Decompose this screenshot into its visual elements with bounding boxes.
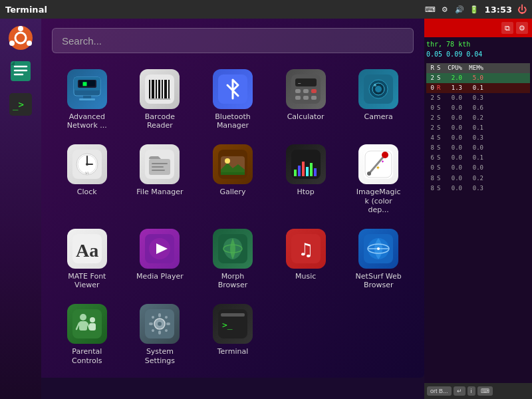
app-launcher: ▐█▌ Advanced Network ... — [41, 19, 424, 378]
app-item-calculator[interactable]: − Calculator — [271, 64, 341, 134]
app-item-barcode-reader[interactable]: Barcode Reader — [125, 64, 196, 134]
app-item-morph-browser[interactable]: Morph Browser — [198, 223, 268, 293]
terminal-enter-btn[interactable]: ↵ — [454, 386, 466, 396]
power-icon[interactable]: ⏻ — [517, 4, 527, 15]
app-item-advanced-network[interactable]: ▐█▌ Advanced Network ... — [52, 64, 122, 134]
terminal-copy-btn[interactable]: ⧉ — [501, 22, 513, 34]
svg-point-4 — [9, 41, 15, 46]
svg-rect-23 — [149, 98, 170, 100]
settings-icon[interactable]: ⚙ — [440, 4, 450, 15]
keyboard-icon: ⌨ — [425, 4, 436, 15]
svg-point-80 — [377, 247, 380, 250]
table-row: 0 S 0.0 0.0 — [426, 163, 530, 173]
terminal-table-header: R S CPU%MEM% — [426, 63, 530, 73]
terminal-sort-btn[interactable]: ort B... — [427, 386, 452, 396]
svg-point-90 — [158, 322, 162, 326]
imagemagick-label: ImageMagick (color dep... — [354, 188, 402, 214]
netsurf-icon — [358, 229, 398, 269]
svg-rect-57 — [302, 162, 305, 176]
dock-item-ubuntu[interactable] — [5, 23, 36, 53]
terminal-content: thr, 78 kth 0.05 0.09 0.04 R S CPU%MEM% … — [424, 37, 532, 196]
table-row: 8 S 0.0 0.3 — [426, 184, 530, 194]
media-player-label: Media Player — [136, 272, 184, 281]
taskbar-right: ⌨ ⚙ 🔊 🔋 13:53 ⏻ — [425, 4, 527, 15]
svg-rect-92 — [158, 331, 161, 334]
terminal-i-btn[interactable]: i — [467, 386, 475, 396]
app-item-htop[interactable]: Htop — [271, 139, 341, 218]
system-settings-icon — [140, 304, 180, 344]
svg-point-53 — [225, 158, 230, 164]
clock-icon: VI — [67, 144, 107, 184]
app-item-bluetooth[interactable]: Bluetooth Manager — [198, 64, 268, 134]
svg-text:VI: VI — [85, 171, 88, 175]
mate-font-icon: Aa — [67, 229, 107, 269]
table-row: 2 S 0.0 0.1 — [426, 123, 530, 133]
gallery-label: Gallery — [219, 188, 245, 196]
terminal-label: Terminal — [217, 347, 249, 356]
svg-rect-48 — [152, 163, 168, 164]
app-item-music[interactable]: ♫ Music — [271, 223, 341, 293]
app-item-netsurf[interactable]: NetSurf Web Browser — [343, 223, 414, 293]
app-item-clock[interactable]: VI Clock — [52, 139, 122, 218]
svg-text:✦: ✦ — [376, 165, 380, 171]
search-input[interactable] — [52, 28, 414, 53]
file-manager-label: File Manager — [136, 188, 183, 196]
svg-rect-30 — [311, 89, 317, 93]
svg-rect-31 — [295, 96, 301, 100]
svg-rect-55 — [294, 170, 297, 176]
dock-item-notes[interactable] — [5, 56, 36, 86]
dock-item-terminal[interactable]: _> — [5, 89, 36, 120]
app-item-imagemagick[interactable]: ✦ ✦ ImageMagick (color dep... — [343, 139, 414, 218]
advanced-network-icon: ▐█▌ — [67, 69, 107, 109]
svg-rect-87 — [89, 323, 96, 331]
system-settings-label: System Settings — [136, 347, 184, 364]
svg-point-63 — [382, 152, 388, 158]
advanced-network-label: Advanced Network ... — [63, 112, 111, 130]
app-item-system-settings[interactable]: System Settings — [125, 299, 196, 368]
terminal-title-bar: ⧉ ⚙ — [424, 19, 532, 37]
terminal-app-icon: >_ — [213, 304, 253, 344]
svg-rect-58 — [306, 167, 309, 176]
app-item-camera[interactable]: Camera — [343, 64, 414, 134]
svg-rect-13 — [83, 96, 91, 98]
table-row: 8 S 0.0 0.0 — [426, 143, 530, 153]
svg-rect-94 — [166, 323, 170, 325]
svg-text:−: − — [298, 80, 301, 86]
parental-controls-icon — [67, 304, 107, 344]
file-manager-icon — [140, 144, 180, 184]
svg-rect-60 — [314, 168, 317, 176]
svg-text:✦: ✦ — [381, 159, 384, 164]
app-item-media-player[interactable]: Media Player — [125, 223, 196, 293]
calculator-label: Calculator — [287, 112, 325, 121]
svg-point-82 — [80, 314, 86, 321]
terminal-keyboard-btn[interactable]: ⌨ — [477, 386, 493, 396]
morph-browser-label: Morph Browser — [209, 272, 257, 289]
app-item-file-manager[interactable]: File Manager — [125, 139, 196, 218]
terminal-settings-btn[interactable]: ⚙ — [516, 22, 528, 34]
camera-icon — [358, 69, 398, 109]
svg-text:_>: _> — [13, 99, 24, 110]
barcode-reader-label: Barcode Reader — [136, 112, 184, 130]
svg-point-86 — [90, 317, 95, 323]
dock: _> — [0, 19, 41, 399]
bluetooth-icon — [213, 69, 253, 109]
app-item-mate-font[interactable]: Aa MATE Font Viewer — [52, 223, 122, 293]
mate-font-label: MATE Font Viewer — [63, 272, 111, 289]
svg-rect-22 — [168, 80, 170, 98]
clock-label: Clock — [77, 188, 97, 196]
app-item-gallery[interactable]: Gallery — [198, 139, 268, 218]
svg-rect-56 — [298, 166, 301, 176]
camera-label: Camera — [364, 112, 393, 121]
svg-rect-20 — [162, 80, 163, 98]
bluetooth-label: Bluetooth Manager — [209, 112, 257, 130]
terminal-bottom-bar: ort B... ↵ i ⌨ — [424, 383, 532, 399]
gallery-icon — [213, 144, 253, 184]
svg-point-44 — [86, 163, 88, 166]
htop-label: Htop — [297, 188, 314, 196]
app-item-terminal[interactable]: >_ Terminal — [198, 299, 268, 368]
volume-icon[interactable]: 🔊 — [454, 4, 465, 15]
svg-rect-83 — [79, 321, 87, 331]
svg-text:>_: >_ — [222, 320, 233, 330]
htop-icon — [286, 144, 326, 184]
app-item-parental-controls[interactable]: Parental Controls — [52, 299, 122, 368]
